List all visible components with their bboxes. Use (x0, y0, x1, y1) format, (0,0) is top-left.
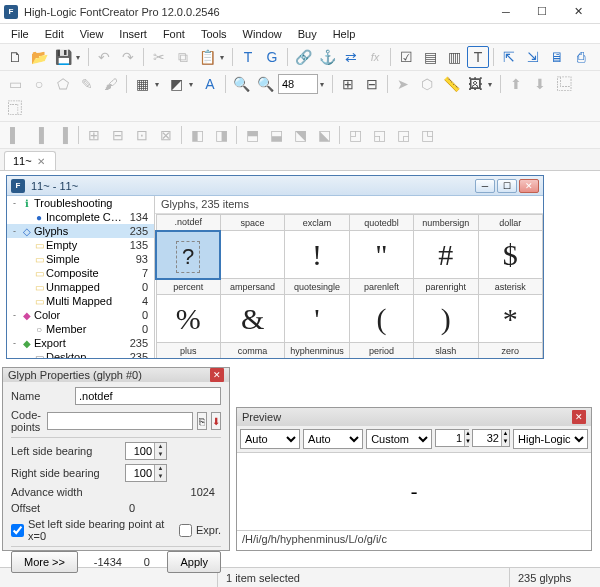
glyph-cell[interactable]: " (349, 231, 413, 279)
mdi-maximize-button[interactable]: ☐ (497, 179, 517, 193)
close-button[interactable]: ✕ (560, 2, 596, 22)
tree-item[interactable]: -◆Color0 (7, 308, 154, 322)
misc-i-icon[interactable]: ◲ (392, 124, 414, 146)
font-window-titlebar[interactable]: F 11~ - 11~ ─ ☐ ✕ (7, 176, 543, 196)
fx-icon[interactable]: fx (364, 46, 386, 68)
new-icon[interactable]: 🗋 (4, 46, 26, 68)
shape-circle-icon[interactable]: ○ (28, 73, 50, 95)
tab-document[interactable]: 11~ ✕ (4, 151, 56, 170)
pen-icon[interactable]: ✎ (76, 73, 98, 95)
tree-item[interactable]: ▭Simple93 (7, 252, 154, 266)
preview-font-select[interactable]: High-Logic (513, 429, 588, 449)
shape-poly-icon[interactable]: ⬠ (52, 73, 74, 95)
preview-mode3-select[interactable]: Custom (366, 429, 432, 449)
t-icon[interactable]: T (237, 46, 259, 68)
menu-view[interactable]: View (73, 26, 111, 42)
minimize-button[interactable]: ─ (488, 2, 524, 22)
glyph-properties-close-icon[interactable]: ✕ (210, 368, 224, 382)
more-button[interactable]: More >> (11, 551, 78, 573)
preview-num2-input[interactable]: ▲▼ (472, 429, 510, 447)
undo-icon[interactable]: ↶ (93, 46, 115, 68)
glyph-cell[interactable]: ' (285, 295, 349, 343)
shape-rect-icon[interactable]: ▭ (4, 73, 26, 95)
preview-mode1-select[interactable]: Auto (240, 429, 300, 449)
grid-a-icon[interactable]: ⊞ (337, 73, 359, 95)
misc-a-icon[interactable]: ◧ (186, 124, 208, 146)
image-icon[interactable]: 🖼 (464, 73, 486, 95)
export-a-icon[interactable]: ⇱ (498, 46, 520, 68)
mdi-minimize-button[interactable]: ─ (475, 179, 495, 193)
table-a-icon[interactable]: ⊞ (83, 124, 105, 146)
layer-down-icon[interactable]: ⬇ (529, 73, 551, 95)
save-icon[interactable]: 💾 (52, 46, 74, 68)
menu-buy[interactable]: Buy (291, 26, 324, 42)
menu-insert[interactable]: Insert (112, 26, 154, 42)
zoom-input[interactable] (278, 74, 318, 94)
monitor-icon[interactable]: 🖥 (546, 46, 568, 68)
ungroup-icon[interactable]: ⿹ (4, 97, 26, 119)
misc-e-icon[interactable]: ⬔ (289, 124, 311, 146)
tree-item[interactable]: -ℹTroubleshooting (7, 196, 154, 210)
contrast-icon[interactable]: ◩ (165, 73, 187, 95)
menu-tools[interactable]: Tools (194, 26, 234, 42)
tree-item[interactable]: ▭Composite7 (7, 266, 154, 280)
link-icon[interactable]: 🔗 (292, 46, 314, 68)
misc-g-icon[interactable]: ◰ (344, 124, 366, 146)
tree-item[interactable]: ▭Empty135 (7, 238, 154, 252)
glyph-cell[interactable]: * (478, 295, 542, 343)
tree-item[interactable]: ▭Multi Mapped4 (7, 294, 154, 308)
g-icon[interactable]: G (261, 46, 283, 68)
layer-up-icon[interactable]: ⬆ (505, 73, 527, 95)
redo-icon[interactable]: ↷ (117, 46, 139, 68)
tree-item[interactable]: ▭Desktop235 (7, 350, 154, 358)
tree-item[interactable]: ○Member0 (7, 322, 154, 336)
align-r-icon[interactable]: ▐ (52, 124, 74, 146)
maximize-button[interactable]: ☐ (524, 2, 560, 22)
open-icon[interactable]: 📂 (28, 46, 50, 68)
glyph-cell[interactable]: ? (156, 231, 220, 279)
tree-item[interactable]: ●Incomplete Char…134 (7, 210, 154, 224)
lsb-x0-checkbox[interactable] (11, 524, 24, 537)
codepoints-input[interactable] (47, 412, 193, 430)
tree-item[interactable]: -◇Glyphs235 (7, 224, 154, 238)
cut-icon[interactable]: ✂ (148, 46, 170, 68)
text-tool-icon[interactable]: T (467, 46, 489, 68)
arrow-icon[interactable]: ➤ (392, 73, 414, 95)
mdi-close-button[interactable]: ✕ (519, 179, 539, 193)
expr-checkbox[interactable] (179, 524, 192, 537)
name-input[interactable] (75, 387, 221, 405)
misc-d-icon[interactable]: ⬓ (265, 124, 287, 146)
category-tree[interactable]: -ℹTroubleshooting●Incomplete Char…134-◇G… (7, 196, 155, 358)
glyph-cell[interactable]: & (220, 295, 284, 343)
table-c-icon[interactable]: ⊡ (131, 124, 153, 146)
group-icon[interactable]: ⿺ (553, 73, 575, 95)
unlink-icon[interactable]: ⇄ (340, 46, 362, 68)
tree-item[interactable]: ▭Unmapped0 (7, 280, 154, 294)
misc-j-icon[interactable]: ◳ (416, 124, 438, 146)
glyph-cell[interactable]: # (414, 231, 478, 279)
preview-num1-input[interactable]: ▲▼ (435, 429, 469, 447)
zoom-in-icon[interactable]: 🔍 (254, 73, 276, 95)
preview-path-input[interactable]: /H/i/g/h/hyphenminus/L/o/g/i/c (237, 530, 591, 550)
preview-mode2-select[interactable]: Auto (303, 429, 363, 449)
table-b-icon[interactable]: ⊟ (107, 124, 129, 146)
menu-edit[interactable]: Edit (38, 26, 71, 42)
preview-close-icon[interactable]: ✕ (572, 410, 586, 424)
menu-file[interactable]: File (4, 26, 36, 42)
panel-a-icon[interactable]: ▤ (419, 46, 441, 68)
codepoints-browse-icon[interactable]: ⎘ (197, 412, 207, 430)
glyph-cell[interactable]: ! (285, 231, 349, 279)
print-icon[interactable]: ⎙ (570, 46, 592, 68)
anchor-icon[interactable]: ⚓ (316, 46, 338, 68)
node-icon[interactable]: ⬡ (416, 73, 438, 95)
codepoints-pick-icon[interactable]: ⬇ (211, 412, 221, 430)
brush-icon[interactable]: 🖌 (100, 73, 122, 95)
menu-font[interactable]: Font (156, 26, 192, 42)
menu-window[interactable]: Window (236, 26, 289, 42)
misc-b-icon[interactable]: ◨ (210, 124, 232, 146)
apply-button[interactable]: Apply (167, 551, 221, 573)
glyph-cell[interactable]: $ (478, 231, 542, 279)
measure-icon[interactable]: 📏 (440, 73, 462, 95)
color-a-icon[interactable]: A (199, 73, 221, 95)
glyph-cell[interactable]: % (156, 295, 220, 343)
